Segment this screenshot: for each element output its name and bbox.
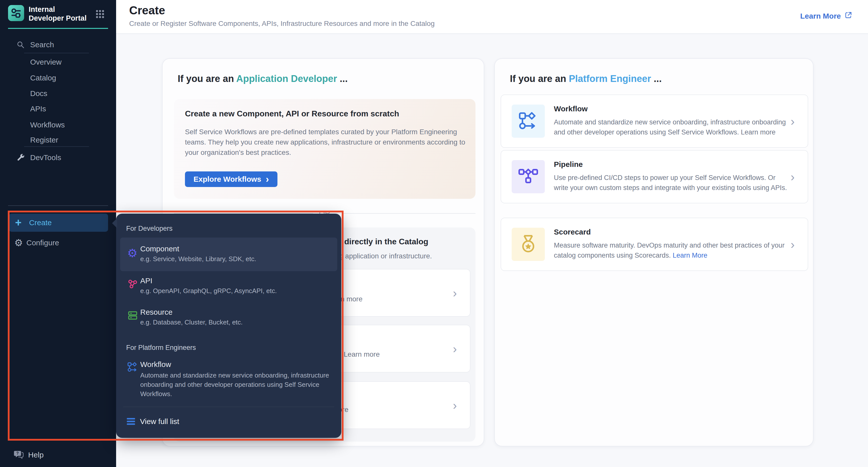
sidebar-item-workflows[interactable]: Workflows [0,117,116,132]
workflow-icon [512,104,545,138]
sidebar-item-label: Workflows [30,121,65,129]
sidebar-item-catalog[interactable]: Catalog [0,70,116,86]
section-label-platform-engineers: For Platform Engineers [126,344,196,352]
sidebar-item-configure[interactable]: ⚙ Configure [0,235,116,250]
learn-more-label: Learn More [800,12,841,20]
platform-engineer-card: If you are an Platform Engineer ... Work… [494,58,813,446]
page-title: Create [129,3,165,17]
sidebar-item-label: Docs [30,89,47,98]
item-subtitle: e.g. Service, Website, Library, SDK, etc… [140,255,256,263]
sidebar-item-label: APIs [30,104,46,113]
item-title: Workflow [140,360,171,369]
flyout-item-api[interactable]: API e.g. OpenAPI, GraphQL, gRPC, AsyncAP… [120,274,337,304]
item-title: API [140,277,152,285]
row-description: Automate and standardize new service onb… [554,117,787,137]
item-subtitle: e.g. Database, Cluster, Bucket, etc. [140,318,243,326]
sidebar-item-label: Search [30,40,54,49]
sidebar-item-devtools[interactable]: DevTools [0,150,116,165]
sidebar-item-create[interactable]: + Create [9,214,108,232]
section-label-developers: For Developers [126,225,173,232]
sidebar-item-label: DevTools [30,153,61,162]
page-header: Create Create or Register Software Compo… [116,0,868,34]
chevron-right-icon: › [790,238,795,251]
sidebar-item-register[interactable]: Register [0,132,116,148]
sidebar-divider [8,205,108,206]
heading-prefix: If you are an [178,73,236,84]
item-title: Resource [140,308,173,316]
sidebar-item-label: Configure [26,239,59,247]
chevron-right-icon: › [790,170,795,184]
app-logo-row[interactable]: Internal Developer Portal [8,5,90,23]
sidebar-accent-divider [8,28,108,29]
row-title: Pipeline [554,160,583,169]
flyout-divider [123,407,334,407]
sidebar-item-apis[interactable]: APIs [0,101,116,116]
help-chat-icon: ? [13,449,24,461]
app-title: Internal Developer Portal [29,5,90,23]
resource-icon [127,310,138,321]
heading-accent: Application Developer [236,73,337,84]
create-flyout-menu: For Developers ⚙ Component e.g. Service,… [116,214,341,438]
panel-subtitle-fragment: g application or infrastructure. [339,252,432,260]
app-grid-icon[interactable] [95,9,105,19]
chevron-right-icon: › [266,176,269,183]
sidebar-divider [24,146,89,147]
sidebar: Internal Developer Portal Search Overvie… [0,0,116,467]
workflow-row[interactable]: Workflow Automate and standardize new se… [501,94,808,148]
pipeline-row[interactable]: Pipeline Use pre-defined CI/CD steps to … [501,150,808,203]
sidebar-item-label: Create [29,218,52,227]
panel-title: Create a new Component, API or Resource … [185,109,399,118]
sidebar-item-docs[interactable]: Docs [0,86,116,101]
workflow-icon [127,362,138,373]
svg-text:?: ? [16,451,19,456]
panel-body: Self Service Workflows are pre-defined t… [185,127,469,158]
learn-more-link[interactable]: Learn More [800,11,852,21]
search-icon [16,40,25,49]
heading-prefix: If you are an [510,73,569,84]
sidebar-item-help[interactable]: ? Help [0,448,116,462]
explore-workflows-button[interactable]: Explore Workflows › [185,172,277,187]
row-text-fragment: l. Learn more [338,350,380,359]
heading-suffix: ... [337,73,347,84]
scorecard-row[interactable]: Scorecard Measure software maturity. Dev… [501,218,808,271]
app-logo-icon [8,5,24,21]
chevron-right-icon: › [453,398,457,412]
list-icon [126,417,136,426]
chevron-right-icon: › [453,286,457,300]
chevron-right-icon: › [790,114,795,128]
item-subtitle: e.g. OpenAPI, GraphQL, gRPC, AsyncAPI, e… [140,287,277,295]
create-from-scratch-panel: Create a new Component, API or Resource … [174,99,475,199]
flyout-item-workflow[interactable]: Workflow Automate and standardize new se… [120,358,337,403]
card-heading: If you are an Application Developer ... [178,73,347,84]
gear-icon: ⚙ [14,238,23,247]
flyout-item-component[interactable]: ⚙ Component e.g. Service, Website, Libra… [120,238,337,271]
sidebar-item-label: Help [28,451,44,459]
gear-icon: ⚙ [127,248,138,259]
view-full-list-item[interactable]: View full list [116,413,341,430]
sidebar-item-label: Register [30,136,58,144]
page-subtitle: Create or Register Software Components, … [129,20,434,28]
item-title: Component [140,245,179,253]
view-full-list-label: View full list [140,417,179,426]
sidebar-item-overview[interactable]: Overview [0,55,116,70]
sidebar-item-search[interactable]: Search [0,37,116,52]
sidebar-item-label: Catalog [30,74,56,82]
row-text-fragment: rn more [338,295,362,303]
heading-accent: Platform Engineer [569,73,651,84]
learn-more-link[interactable]: Learn More [673,252,707,259]
external-link-icon [844,11,852,21]
pipeline-icon [512,160,545,193]
row-description: Measure software maturity. DevOps maturi… [554,240,787,260]
panel-title-fragment: directly in the Catalog [344,237,428,246]
heading-suffix: ... [651,73,662,84]
card-heading: If you are an Platform Engineer ... [510,73,662,84]
api-icon [127,279,138,289]
row-title: Workflow [554,104,588,113]
flyout-item-resource[interactable]: Resource e.g. Database, Cluster, Bucket,… [120,305,337,336]
button-label: Explore Workflows [193,175,261,184]
row-description-text: Measure software maturity. DevOps maturi… [554,242,784,259]
scorecard-icon [512,228,545,261]
row-description: Use pre-defined CI/CD steps to power up … [554,173,787,193]
item-description: Automate and standardize new service onb… [140,371,344,399]
row-title: Scorecard [554,228,591,236]
